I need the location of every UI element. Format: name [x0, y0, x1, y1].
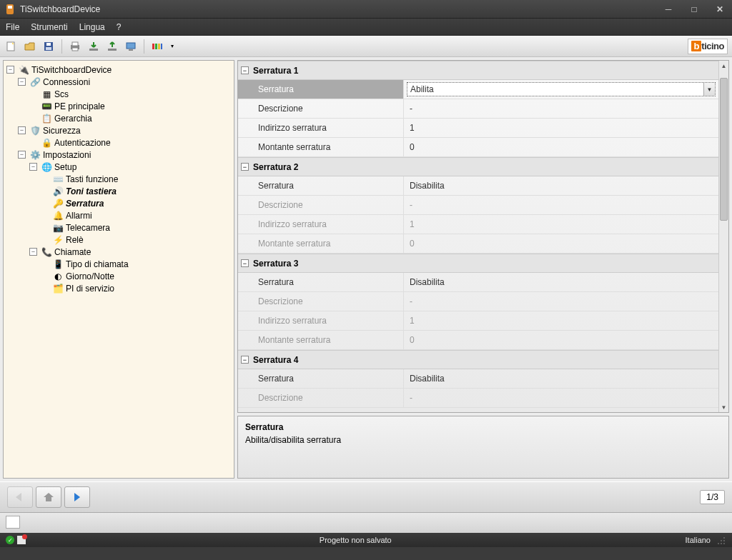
tree-telecamera[interactable]: 📷Telecamera — [41, 221, 232, 234]
property-label: Serratura — [238, 176, 404, 195]
tree-pe[interactable]: 📟PE principale — [29, 100, 232, 112]
connection-icon: 🔗 — [29, 76, 41, 88]
vertical-scrollbar[interactable]: ▲ ▼ — [718, 61, 728, 412]
menu-help[interactable]: ? — [117, 22, 122, 32]
spacer-row — [0, 513, 732, 533]
nav-back-button[interactable] — [7, 486, 33, 508]
property-label: Serratura — [238, 80, 404, 99]
property-group-header[interactable]: −Serratura 1 — [238, 61, 718, 80]
collapse-icon[interactable]: − — [18, 151, 26, 159]
daynight-icon: ◐ — [52, 271, 64, 282]
property-row[interactable]: Montante serratura0 — [238, 234, 718, 254]
property-value[interactable]: Disabilita — [404, 369, 718, 388]
tree-impostazioni[interactable]: − ⚙️ Impostazioni — [18, 149, 232, 161]
property-group-header[interactable]: −Serratura 4 — [238, 350, 718, 369]
property-row[interactable]: SerraturaAbilita▼ — [238, 80, 718, 99]
upload-icon[interactable] — [105, 39, 119, 54]
property-value[interactable]: Disabilita — [404, 176, 718, 195]
open-icon[interactable] — [23, 39, 37, 54]
tree-serratura[interactable]: 🔑Serratura — [41, 197, 232, 209]
collapse-icon[interactable]: − — [6, 66, 14, 74]
property-value: 0 — [404, 234, 718, 253]
palette-icon[interactable] — [150, 39, 164, 54]
scroll-thumb[interactable] — [720, 78, 728, 221]
property-value[interactable]: Abilita▼ — [404, 80, 718, 99]
minimize-button[interactable]: ─ — [661, 4, 676, 14]
property-row[interactable]: Descrizione- — [238, 292, 718, 311]
property-row[interactable]: Descrizione- — [238, 196, 718, 215]
print-icon[interactable] — [68, 39, 82, 54]
new-icon[interactable] — [4, 39, 19, 54]
tree-scs[interactable]: ▦Scs — [29, 88, 232, 100]
property-row[interactable]: SerraturaDisabilita — [238, 369, 718, 389]
svg-rect-8 — [72, 42, 78, 46]
scroll-up-icon[interactable]: ▲ — [719, 61, 728, 71]
property-row[interactable]: Descrizione- — [238, 99, 718, 119]
collapse-icon[interactable]: − — [241, 66, 249, 74]
tree-autenticazione[interactable]: 🔒Autenticazione — [29, 136, 232, 149]
help-panel: Serratura Abilita/disabilita serratura — [237, 416, 729, 479]
window-title: TiSwitchboardDevice — [20, 4, 661, 14]
save-icon[interactable] — [41, 39, 56, 54]
device-icon: 🔌 — [18, 64, 29, 76]
combo-input[interactable]: Abilita▼ — [407, 82, 716, 96]
tree-pi[interactable]: 🗂️PI di servizio — [41, 282, 232, 294]
maximize-button[interactable]: □ — [686, 4, 702, 14]
property-value: - — [404, 196, 718, 214]
nav-home-button[interactable] — [36, 486, 61, 508]
tree-rele[interactable]: ⚡Relè — [41, 234, 232, 246]
tree-tasti[interactable]: ⌨️Tasti funzione — [41, 173, 232, 185]
close-button[interactable]: ✕ — [712, 4, 728, 14]
status-page-icon — [17, 536, 26, 544]
chevron-down-icon[interactable]: ▼ — [703, 83, 715, 96]
collapse-icon[interactable]: − — [241, 356, 249, 364]
property-value: 1 — [404, 311, 718, 330]
property-value[interactable]: Disabilita — [404, 273, 718, 291]
collapse-icon[interactable]: − — [29, 248, 37, 256]
property-row[interactable]: Indirizzo serratura1 — [238, 119, 718, 138]
tree-toni[interactable]: 🔊Toni tastiera — [41, 185, 232, 197]
property-row[interactable]: Montante serratura0 — [238, 138, 718, 157]
download-icon[interactable] — [86, 39, 101, 54]
property-row[interactable]: Montante serratura0 — [238, 331, 718, 350]
scroll-down-icon[interactable]: ▼ — [719, 402, 728, 412]
menu-lingua[interactable]: Lingua — [79, 22, 105, 32]
property-value[interactable]: 0 — [404, 138, 718, 156]
tree-root[interactable]: − 🔌 TiSwitchboardDevice — [6, 64, 232, 76]
color-box[interactable] — [6, 516, 20, 529]
collapse-icon[interactable]: − — [241, 259, 249, 267]
menu-strumenti[interactable]: Strumenti — [31, 22, 67, 32]
property-group-header[interactable]: −Serratura 2 — [238, 157, 718, 176]
tree-setup[interactable]: − 🌐 Setup — [29, 161, 232, 173]
collapse-icon[interactable]: − — [18, 126, 26, 134]
collapse-icon[interactable]: − — [18, 78, 26, 86]
dropdown-icon[interactable]: ▾ — [169, 39, 176, 54]
property-row[interactable]: Descrizione- — [238, 389, 718, 408]
call-icon: 📞 — [41, 246, 52, 258]
collapse-icon[interactable]: − — [241, 163, 249, 171]
separator — [144, 39, 144, 54]
logo-suffix: ticino — [701, 41, 724, 51]
property-value[interactable]: - — [404, 99, 718, 118]
tree-allarmi[interactable]: 🔔Allarmi — [41, 209, 232, 221]
nav-forward-button[interactable] — [64, 486, 90, 508]
menu-file[interactable]: File — [6, 22, 19, 32]
property-row[interactable]: Indirizzo serratura1 — [238, 215, 718, 234]
collapse-icon[interactable]: − — [29, 163, 37, 171]
status-ok-icon: ✓ — [6, 536, 14, 544]
device-icon[interactable] — [124, 39, 138, 54]
property-row[interactable]: SerraturaDisabilita — [238, 176, 718, 196]
property-group-header[interactable]: −Serratura 3 — [238, 254, 718, 273]
property-row[interactable]: Indirizzo serratura1 — [238, 311, 718, 331]
tree-tipo[interactable]: 📱Tipo di chiamata — [41, 258, 232, 270]
property-value[interactable]: 1 — [404, 119, 718, 137]
resize-grip-icon[interactable] — [716, 535, 726, 545]
app-icon — [4, 4, 16, 15]
property-row[interactable]: SerraturaDisabilita — [238, 273, 718, 292]
tree-sicurezza[interactable]: − 🛡️ Sicurezza — [18, 124, 232, 136]
tree-connessioni[interactable]: − 🔗 Connessioni — [18, 76, 232, 88]
tree-chiamate[interactable]: − 📞 Chiamate — [29, 246, 232, 258]
shield-icon: 🛡️ — [29, 125, 41, 136]
tree-gerarchia[interactable]: 📋Gerarchia — [29, 112, 232, 124]
tree-gn[interactable]: ◐Giorno/Notte — [41, 270, 232, 282]
